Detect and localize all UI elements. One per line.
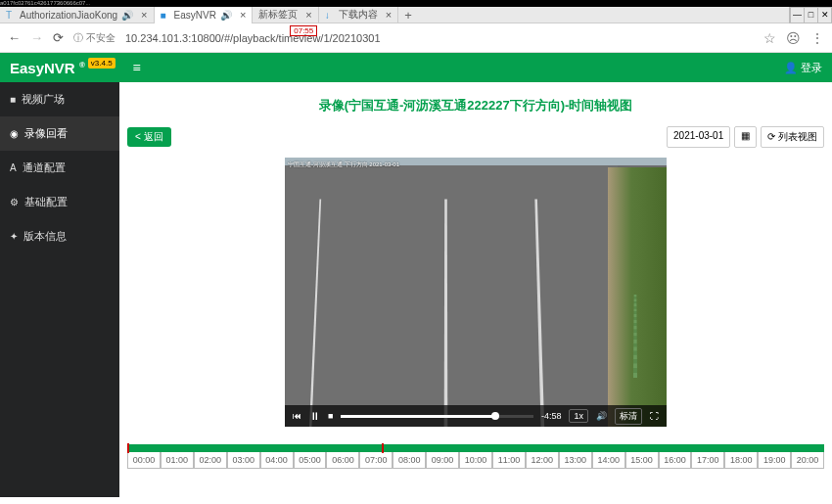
sidebar-item-settings[interactable]: ⚙基础配置 [0, 185, 119, 219]
calendar-button[interactable]: ▦ [734, 126, 757, 148]
volume-icon[interactable]: 🔊 [596, 411, 607, 421]
timeline-tick[interactable]: 10:00 [459, 452, 492, 469]
timeline-tick[interactable]: 08:00 [393, 452, 426, 469]
app-body: ■视频广场 ◉录像回看 A通道配置 ⚙基础配置 ✦版本信息 录像(宁国互通-河沥… [0, 82, 832, 497]
browser-tab-downloads[interactable]: ↓ 下载内容 × [319, 7, 398, 23]
tab-label: AuthorizationJiaoKong [20, 10, 117, 21]
app-header: EasyNVR ® v3.4.5 ≡ 👤登录 [0, 53, 832, 82]
back-button[interactable]: < 返回 [127, 127, 171, 147]
video-frame: 宁国互通-河沥溪互通 下行方向 2021-03-01 [285, 158, 667, 427]
timeline-tick[interactable]: 19:00 [758, 452, 791, 469]
sidebar-item-video-square[interactable]: ■视频广场 [0, 82, 119, 116]
list-view-button[interactable]: ⟳ 列表视图 [761, 126, 824, 148]
tab-audio-icon[interactable]: 🔊 [121, 10, 133, 21]
timeline-tick[interactable]: 11:00 [492, 452, 526, 469]
close-icon[interactable]: × [305, 9, 311, 21]
address-bar-row: ← → ⟳ ⓘ不安全 10.234.101.3:10800/#/playback… [0, 23, 832, 53]
timeline-tick[interactable]: 20:00 [791, 452, 824, 469]
video-control-bar: ⏮ ⏸ ■ -4:58 1x 🔊 标清 ⛶ [285, 405, 667, 427]
timeline-bar[interactable] [127, 444, 824, 452]
sidebar: ■视频广场 ◉录像回看 A通道配置 ⚙基础配置 ✦版本信息 [0, 82, 119, 497]
hamburger-icon[interactable]: ≡ [133, 60, 141, 75]
close-icon[interactable]: × [141, 9, 147, 21]
refresh-icon: ⟳ [767, 131, 778, 142]
info-icon: ✦ [10, 231, 18, 242]
browser-tab-easynvr[interactable]: ■ EasyNVR 🔊 × [155, 7, 254, 23]
playback-speed[interactable]: 1x [569, 409, 588, 423]
download-icon: ↓ [325, 10, 335, 20]
version-badge: v3.4.5 [88, 58, 116, 69]
maximize-button[interactable]: □ [804, 8, 817, 23]
date-input[interactable]: 2021-03-01 [667, 126, 730, 148]
back-button[interactable]: ← [8, 30, 21, 45]
sidebar-item-label: 录像回看 [24, 126, 68, 141]
timeline-tick[interactable]: 00:00 [127, 452, 161, 469]
close-window-button[interactable]: ✕ [817, 8, 831, 23]
browser-tabbar: T AuthorizationJiaoKong 🔊 × ■ EasyNVR 🔊 … [0, 7, 832, 23]
browser-tab-authorization[interactable]: T AuthorizationJiaoKong 🔊 × [0, 7, 155, 23]
timeline-tick[interactable]: 07:00 [359, 452, 393, 469]
timeline-tick[interactable]: 16:00 [659, 452, 692, 469]
login-button[interactable]: 👤登录 [784, 61, 822, 75]
video-player[interactable]: 宁国互通-河沥溪互通 下行方向 2021-03-01 ⏮ ⏸ ■ -4:58 1… [285, 158, 667, 427]
step-back-icon[interactable]: ⏮ [293, 411, 301, 421]
tab-label: 新标签页 [258, 8, 298, 22]
timeline-tick[interactable]: 06:00 [326, 452, 359, 469]
sidebar-item-channel[interactable]: A通道配置 [0, 151, 119, 185]
timeline-tick[interactable]: 09:00 [426, 452, 459, 469]
timeline-tick[interactable]: 05:00 [294, 452, 327, 469]
tab-audio-icon[interactable]: 🔊 [220, 10, 232, 21]
fullscreen-icon[interactable]: ⛶ [650, 411, 659, 421]
brand-logo[interactable]: EasyNVR ® [10, 60, 85, 76]
browser-tab-newtab[interactable]: 新标签页 × [253, 7, 318, 23]
minimize-button[interactable]: — [790, 8, 804, 23]
timeline-tick[interactable]: 02:00 [194, 452, 227, 469]
user-icon: 👤 [784, 62, 798, 74]
timeline-tick[interactable]: 17:00 [691, 452, 724, 469]
progress-bar[interactable] [341, 415, 533, 418]
reload-button[interactable]: ⟳ [53, 30, 64, 45]
progress-handle[interactable] [491, 412, 499, 420]
calendar-icon: ▦ [741, 130, 750, 141]
sidebar-item-label: 版本信息 [23, 229, 67, 244]
timeline-start-cursor[interactable] [127, 443, 129, 453]
timeline-tick[interactable]: 14:00 [592, 452, 625, 469]
profile-icon[interactable]: ☹ [786, 30, 801, 46]
sidebar-item-label: 视频广场 [22, 92, 65, 107]
forward-button[interactable]: → [30, 30, 43, 45]
close-icon[interactable]: × [386, 9, 392, 21]
controls-row: < 返回 2021-03-01 ▦ ⟳ 列表视图 [124, 126, 827, 148]
record-icon: ◉ [10, 128, 19, 139]
security-indicator[interactable]: ⓘ不安全 [73, 31, 116, 45]
main-content: 录像(宁国互通-河沥溪互通222227下行方向)-时间轴视图 < 返回 2021… [119, 82, 832, 497]
sidebar-item-label: 通道配置 [23, 160, 66, 175]
quality-selector[interactable]: 标清 [615, 408, 642, 425]
timeline: 00:0001:0002:0003:0004:0005:0006:0007:00… [124, 444, 827, 469]
timeline-tick[interactable]: 04:00 [260, 452, 294, 469]
info-icon: ⓘ [73, 31, 83, 45]
timeline-tick[interactable]: 15:00 [625, 452, 659, 469]
timeline-tick[interactable]: 03:00 [227, 452, 260, 469]
url-field[interactable]: 10.234.101.3:10800/#/playback/timeview/1… [125, 32, 754, 44]
sidebar-item-version[interactable]: ✦版本信息 [0, 219, 119, 253]
kebab-menu-icon[interactable]: ⋮ [810, 30, 824, 46]
channel-icon: A [10, 162, 17, 173]
bookmark-star-icon[interactable]: ☆ [763, 30, 776, 46]
timeline-ticks: 00:0001:0002:0003:0004:0005:0006:0007:00… [127, 452, 824, 469]
timeline-tick[interactable]: 12:00 [526, 452, 559, 469]
timeline-tick[interactable]: 01:00 [161, 452, 194, 469]
new-tab-button[interactable]: + [398, 8, 418, 23]
timeline-tick[interactable]: 13:00 [559, 452, 592, 469]
window-controls: — □ ✕ [789, 7, 832, 23]
sidebar-item-playback[interactable]: ◉录像回看 [0, 116, 119, 151]
pause-icon[interactable]: ⏸ [309, 410, 320, 422]
sidebar-item-label: 基础配置 [24, 195, 68, 209]
gear-icon: ⚙ [10, 197, 19, 207]
stop-icon[interactable]: ■ [328, 411, 333, 421]
timeline-playhead[interactable] [382, 443, 384, 453]
tab-label: EasyNVR [174, 10, 216, 21]
close-icon[interactable]: × [240, 9, 246, 21]
tab-favicon: T [6, 10, 16, 20]
page-title: 录像(宁国互通-河沥溪互通222227下行方向)-时间轴视图 [124, 97, 827, 115]
timeline-tick[interactable]: 18:00 [724, 452, 758, 469]
